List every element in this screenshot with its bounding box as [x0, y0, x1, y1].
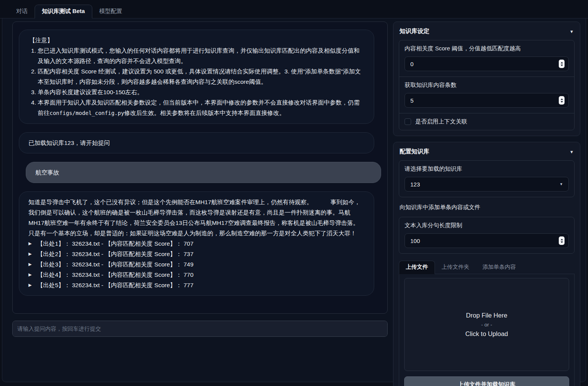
dropdown-caret-icon: ▼ — [560, 182, 563, 186]
chat-input[interactable] — [12, 321, 388, 337]
chevron-down-icon: ▼ — [570, 29, 574, 34]
segment-length-group: 文本入库分句长度限制 100 — [399, 217, 575, 254]
drop-or-text: - or - — [481, 322, 492, 328]
source-item[interactable]: ▶ 【出处4】： 326234.txt - 【内容匹配相关度 Score】： 7… — [28, 270, 365, 280]
score-threshold-section: 内容相关度 Score 阈值，分值越低匹配度越高 0 — [399, 40, 574, 77]
expand-triangle-icon: ▶ — [28, 249, 32, 259]
topk-input[interactable]: 5 — [405, 93, 569, 108]
number-spinner-icon[interactable] — [559, 96, 565, 105]
kb-test-panel: 【注意】 您已进入知识库测试模式，您输入的任何对话内容都将用于进行知识库查询，并… — [2, 18, 586, 382]
source-text: 【出处2】： 326234.txt - 【内容匹配相关度 Score】： 737 — [37, 249, 193, 259]
kb-settings-group: 内容相关度 Score 阈值，分值越低匹配度越高 0 获取知识库内容条数 5 — [399, 40, 575, 130]
kb-select-value: 123 — [410, 181, 420, 188]
main-tab-bar: 对话 知识库测试 Beta 模型配置 — [0, 0, 588, 18]
bot-message-answer: 知道是导弹击中飞机了，这个已没有异议；但是这个先例能否在MH17航班空难案件审理… — [19, 191, 374, 296]
bot-message-loaded: 已加载知识库123，请开始提问 — [19, 132, 374, 153]
score-threshold-value: 0 — [410, 61, 413, 67]
tab-model-config[interactable]: 模型配置 — [92, 5, 129, 18]
expand-triangle-icon: ▶ — [28, 259, 32, 270]
context-checkbox-row: 是否启用上下文关联 — [399, 113, 574, 130]
segment-length-input[interactable]: 100 — [405, 233, 569, 248]
score-threshold-label: 内容相关度 Score 阈值，分值越低匹配度越高 — [405, 45, 569, 52]
chatbot-area: 【注意】 您已进入知识库测试模式，您输入的任何对话内容都将用于进行知识库查询，并… — [12, 22, 388, 314]
accordion-title: 知识库设定 — [400, 27, 430, 35]
source-item[interactable]: ▶ 【出处2】： 326234.txt - 【内容匹配相关度 Score】： 7… — [28, 249, 365, 259]
source-text: 【出处3】： 326234.txt - 【内容匹配相关度 Score】： 749 — [37, 259, 193, 270]
settings-column: 知识库设定 ▼ 内容相关度 Score 阈值，分值越低匹配度越高 0 获取知识库… — [393, 22, 580, 373]
expand-triangle-icon: ▶ — [28, 270, 32, 280]
topk-label: 获取知识库内容条数 — [405, 82, 569, 89]
accordion-title: 配置知识库 — [400, 148, 430, 156]
topk-value: 5 — [410, 97, 413, 104]
kb-select-dropdown[interactable]: 123 ▼ — [405, 177, 569, 191]
drop-file-text: Drop File Here — [466, 312, 507, 319]
number-spinner-icon[interactable] — [559, 236, 565, 245]
notice-item: 本界面用于知识入库及知识匹配相关参数设定，但当前版本中，本界面中修改的参数并不会… — [38, 97, 365, 118]
topk-section: 获取知识库内容条数 5 — [399, 77, 574, 113]
kb-config-accordion: 配置知识库 ▼ 请选择要加载的知识库 123 ▼ 向知识库中添加单条内容或文件 — [393, 142, 580, 386]
context-checkbox-label: 是否启用上下文关联 — [415, 118, 467, 125]
notice-item-code: configs/model_config.py — [50, 110, 124, 116]
notice-title: 【注意】 — [29, 35, 365, 45]
tab-add-single-content[interactable]: 添加单条内容 — [476, 261, 523, 274]
chat-input-row — [12, 321, 388, 337]
kb-config-accordion-header[interactable]: 配置知识库 ▼ — [399, 146, 575, 160]
tab-upload-folder[interactable]: 上传文件夹 — [435, 261, 476, 274]
expand-triangle-icon: ▶ — [28, 238, 32, 249]
tab-chat[interactable]: 对话 — [9, 5, 35, 18]
app-window: 对话 知识库测试 Beta 模型配置 【注意】 您已进入知识库测试模式，您输入的… — [0, 0, 588, 386]
source-text: 【出处4】： 326234.txt - 【内容匹配相关度 Score】： 770 — [37, 270, 193, 280]
tab-kb-test[interactable]: 知识库测试 Beta — [35, 5, 92, 18]
source-text: 【出处1】： 326234.txt - 【内容匹配相关度 Score】： 707 — [37, 238, 193, 249]
segment-length-label: 文本入库分句长度限制 — [405, 222, 569, 229]
kb-select-section: 请选择要加载的知识库 123 ▼ — [399, 161, 574, 197]
chat-column: 【注意】 您已进入知识库测试模式，您输入的任何对话内容都将用于进行知识库查询，并… — [12, 22, 388, 373]
notice-item: 您已进入知识库测试模式，您输入的任何对话内容都将用于进行知识库查询，并仅输出知识… — [38, 45, 365, 66]
upload-tabs: 上传文件 上传文件夹 添加单条内容 Drop File Here - or - … — [399, 261, 575, 386]
expand-triangle-icon: ▶ — [28, 280, 32, 290]
upload-file-panel: Drop File Here - or - Click to Upload 上传… — [399, 274, 575, 386]
answer-text: 知道是导弹击中飞机了，这个已没有异议；但是这个先例能否在MH17航班空难案件审理… — [28, 197, 365, 238]
tab-upload-file[interactable]: 上传文件 — [399, 261, 435, 274]
source-item[interactable]: ▶ 【出处3】： 326234.txt - 【内容匹配相关度 Score】： 7… — [28, 259, 365, 270]
segment-length-value: 100 — [410, 238, 420, 244]
notice-list: 您已进入知识库测试模式，您输入的任何对话内容都将用于进行知识库查询，并仅输出知识… — [28, 45, 365, 118]
notice-item-text: 修改后生效。相关参数将在后续版本中支持本界面直接修改。 — [124, 110, 285, 116]
click-to-upload-text: Click to Upload — [465, 330, 508, 338]
source-text: 【出处5】： 326234.txt - 【内容匹配相关度 Score】： 777 — [37, 280, 193, 290]
segment-length-section: 文本入库分句长度限制 100 — [399, 217, 574, 253]
file-drop-zone[interactable]: Drop File Here - or - Click to Upload — [404, 278, 569, 371]
source-item[interactable]: ▶ 【出处5】： 326234.txt - 【内容匹配相关度 Score】： 7… — [28, 280, 365, 290]
upload-and-load-kb-button[interactable]: 上传文件并加载知识库 — [404, 376, 569, 386]
kb-settings-accordion-header[interactable]: 知识库设定 ▼ — [399, 26, 575, 40]
kb-select-label: 请选择要加载的知识库 — [405, 165, 569, 173]
add-content-hint: 向知识库中添加单条内容或文件 — [400, 204, 574, 211]
score-threshold-input[interactable]: 0 — [405, 57, 569, 71]
source-item[interactable]: ▶ 【出处1】： 326234.txt - 【内容匹配相关度 Score】： 7… — [28, 238, 365, 249]
kb-select-group: 请选择要加载的知识库 123 ▼ — [399, 160, 575, 197]
kb-settings-accordion: 知识库设定 ▼ 内容相关度 Score 阈值，分值越低匹配度越高 0 获取知识库… — [393, 22, 580, 136]
chevron-down-icon: ▼ — [570, 150, 574, 154]
number-spinner-icon[interactable] — [559, 60, 565, 68]
user-message: 航空事故 — [26, 162, 381, 183]
notice-item: 匹配内容相关度 Score 经测试，建议设置为 500 或更低，具体设置情况请结… — [38, 66, 365, 87]
notice-message: 【注意】 您已进入知识库测试模式，您输入的任何对话内容都将用于进行知识库查询，并… — [19, 30, 374, 124]
context-checkbox[interactable] — [405, 118, 411, 125]
upload-tab-bar: 上传文件 上传文件夹 添加单条内容 — [399, 261, 575, 274]
notice-item: 单条内容长度建议设置在100-150左右。 — [38, 87, 365, 97]
